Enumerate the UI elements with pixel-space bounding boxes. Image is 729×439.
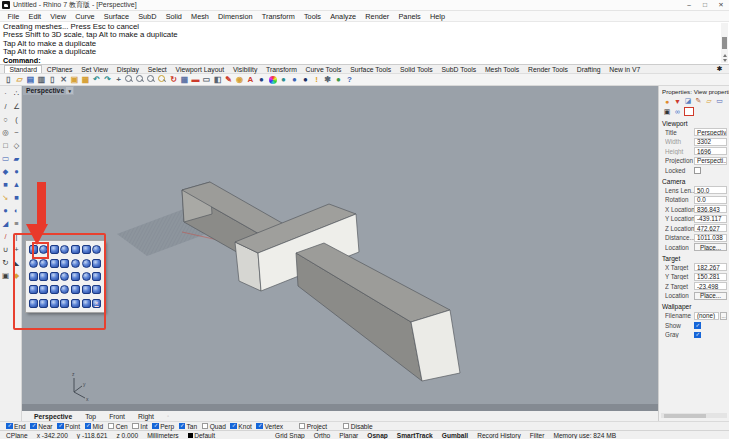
menu-view[interactable]: View xyxy=(46,12,71,21)
polygon-tool-icon[interactable]: ◇ xyxy=(11,139,22,152)
osnap-mid[interactable]: Mid xyxy=(85,423,104,430)
viewport-tab-right[interactable]: Right xyxy=(138,413,154,420)
point-tool-icon[interactable]: · xyxy=(0,87,11,100)
osnap-tan[interactable]: Tan xyxy=(179,423,198,430)
viewport-title-tab[interactable]: Perspective ▾ xyxy=(23,86,74,95)
menu-mesh[interactable]: Mesh xyxy=(186,12,213,21)
tab-surface-tools[interactable]: Surface Tools xyxy=(346,66,396,73)
render-icon[interactable]: ● xyxy=(256,74,267,85)
redo-icon[interactable]: ↷ xyxy=(102,74,113,85)
tab-select[interactable]: Select xyxy=(143,66,171,73)
osnap-int[interactable]: Int xyxy=(132,423,147,430)
menu-file[interactable]: File xyxy=(3,12,24,21)
loft-tool-icon[interactable]: ◆ xyxy=(0,165,11,178)
ellipse-tool-icon[interactable]: ◎ xyxy=(0,126,11,139)
tab-subd-tools[interactable]: SubD Tools xyxy=(437,66,480,73)
polyline-tool-icon[interactable]: ∠ xyxy=(11,100,22,113)
plane-tool-icon[interactable]: ▭ xyxy=(0,152,11,165)
minimize-button[interactable]: – xyxy=(681,0,697,10)
surface-tool-icon[interactable]: ▰ xyxy=(11,152,22,165)
zoom-window-icon[interactable] xyxy=(135,74,146,85)
projection-select[interactable]: Perspecti...▾ xyxy=(694,157,727,165)
tab-transform[interactable]: Transform xyxy=(262,66,302,73)
locked-checkbox[interactable] xyxy=(694,167,701,174)
active-layer[interactable]: Default xyxy=(188,432,215,439)
tab-display[interactable]: Display xyxy=(112,66,143,73)
menu-curve[interactable]: Curve xyxy=(71,12,100,21)
target-x-field[interactable]: 182.267 xyxy=(694,263,727,271)
rendered-viewport-icon[interactable]: ● xyxy=(289,74,300,85)
command-scrollbar[interactable] xyxy=(721,23,728,63)
copy-icon[interactable]: ▣ xyxy=(69,74,80,85)
target-place-button[interactable]: Place... xyxy=(694,292,727,300)
texture-icon[interactable]: ◪ xyxy=(684,97,692,105)
shaded-viewport-icon[interactable]: ● xyxy=(278,74,289,85)
pan-view-icon[interactable]: + xyxy=(113,74,124,85)
toggle-osnap[interactable]: Osnap xyxy=(367,432,388,439)
osnap-perp[interactable]: Perp xyxy=(152,423,174,430)
toggle-smarttrack[interactable]: SmartTrack xyxy=(397,432,433,439)
paste-icon[interactable]: ▦ xyxy=(80,74,91,85)
toggle-filter[interactable]: Filter xyxy=(530,432,545,439)
scrollbar-thumb[interactable] xyxy=(722,37,727,49)
toggle-gumball[interactable]: Gumball xyxy=(442,432,468,439)
lens-length-field[interactable]: 50.0 xyxy=(694,186,727,194)
sweep-tool-icon[interactable]: ■ xyxy=(0,178,11,191)
curve-boolean-tool-icon[interactable]: ↘ xyxy=(0,191,11,204)
command-history[interactable]: Creating meshes... Press Esc to cancel P… xyxy=(0,22,729,56)
target-z-field[interactable]: -23.498 xyxy=(694,282,727,290)
viewport-tab-perspective[interactable]: Perspective xyxy=(34,413,72,420)
text-tool-icon[interactable]: A xyxy=(245,74,256,85)
menu-analyze[interactable]: Analyze xyxy=(326,12,361,21)
object-properties-icon[interactable]: ● xyxy=(663,97,671,105)
material-icon[interactable]: ▼ xyxy=(674,97,682,105)
link-icon[interactable]: ∞ xyxy=(674,108,682,116)
osnap-disable[interactable]: Disable xyxy=(343,423,373,430)
viewport-title-field[interactable]: Perspective xyxy=(694,128,727,136)
notes-icon[interactable]: ! xyxy=(311,74,322,85)
options-gear-icon[interactable]: ✱ xyxy=(322,74,333,85)
light-bulb-icon[interactable]: ◉ xyxy=(234,74,245,85)
save-file-icon[interactable]: ▤ xyxy=(25,74,36,85)
menu-tools[interactable]: Tools xyxy=(299,12,325,21)
zoom-extents-icon[interactable] xyxy=(146,74,157,85)
viewport-tab-front[interactable]: Front xyxy=(109,413,125,420)
tab-cplanes[interactable]: CPlanes xyxy=(42,66,76,73)
menu-transform[interactable]: Transform xyxy=(257,12,299,21)
camera-x-field[interactable]: 836.843 xyxy=(694,205,727,213)
properties-h-scrollbar[interactable] xyxy=(661,413,727,418)
toggle-grid-snap[interactable]: Grid Snap xyxy=(275,432,305,439)
tab-options-gear-icon[interactable]: ✱ xyxy=(712,65,727,73)
lock-objects-icon[interactable]: ◧ xyxy=(212,74,223,85)
viewport-dropdown-icon[interactable]: ▾ xyxy=(66,87,73,94)
camera-distance-field[interactable]: 1011.038 xyxy=(694,234,727,242)
display-icon[interactable]: ▭ xyxy=(716,97,724,105)
viewport-tab-top[interactable]: Top xyxy=(85,413,96,420)
rotate-view-icon[interactable]: ↻ xyxy=(168,74,179,85)
undo-icon[interactable]: ↶ xyxy=(91,74,102,85)
toggle-record-history[interactable]: Record History xyxy=(477,432,521,439)
zoom-dynamic-icon[interactable] xyxy=(124,74,135,85)
sphere-tool-icon[interactable]: ● xyxy=(0,204,11,217)
revolve-tool-icon[interactable]: ● xyxy=(11,165,22,178)
box-tool-icon[interactable]: ■ xyxy=(11,191,22,204)
menu-dimension[interactable]: Dimension xyxy=(214,12,258,21)
annotate-pin-icon[interactable]: ✎ xyxy=(223,74,234,85)
menu-help[interactable]: Help xyxy=(425,12,449,21)
wallpaper-show-checkbox[interactable] xyxy=(694,322,701,329)
curve-tool-icon[interactable]: ~ xyxy=(11,126,22,139)
wallpaper-filename-field[interactable]: (none) xyxy=(694,312,719,320)
delete-icon[interactable]: ✕ xyxy=(58,74,69,85)
command-prompt[interactable]: Command: xyxy=(0,56,729,64)
tab-standard[interactable]: Standard xyxy=(4,65,42,73)
print-icon[interactable]: ▥ xyxy=(36,74,47,85)
viewport-canvas[interactable]: z y x Perspective ▾ xyxy=(22,86,658,404)
hide-objects-icon[interactable]: ▬ xyxy=(190,74,201,85)
osnap-quad[interactable]: Quad xyxy=(202,423,226,430)
open-file-icon[interactable]: ▱ xyxy=(14,74,25,85)
browse-button[interactable]: ... xyxy=(720,312,727,320)
osnap-knot[interactable]: Knot xyxy=(230,423,252,430)
rectangle-tool-icon[interactable]: □ xyxy=(0,139,11,152)
osnap-project[interactable]: Project xyxy=(299,423,328,430)
camera-y-field[interactable]: -439.117 xyxy=(694,215,727,223)
